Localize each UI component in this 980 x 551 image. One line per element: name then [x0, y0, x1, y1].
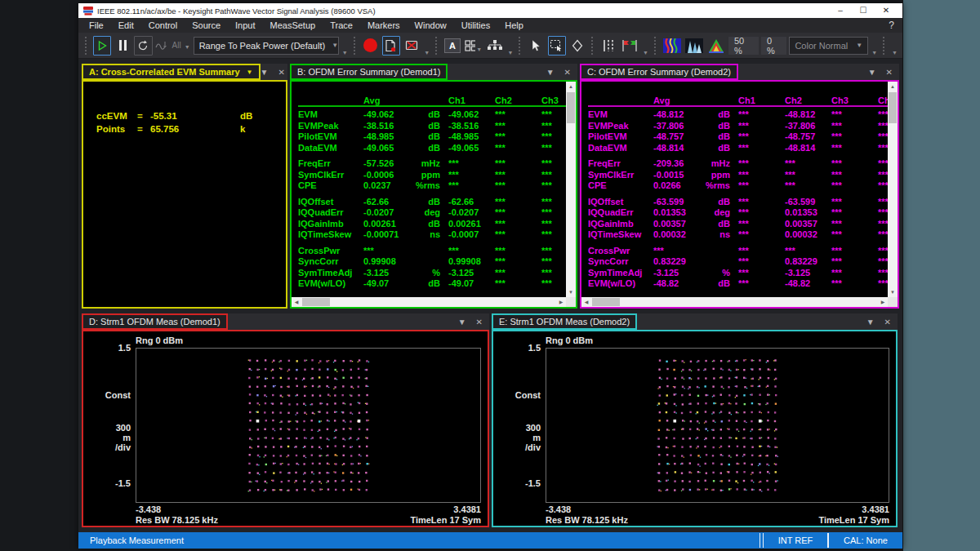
selection-rectangle-icon: [550, 39, 564, 51]
menu-edit[interactable]: Edit: [111, 18, 141, 33]
constellation-plot-area[interactable]: [546, 348, 889, 503]
waterfall-trace-button[interactable]: [684, 36, 704, 56]
toolbar-separator: [519, 37, 522, 55]
panel-e-title: E: Strm1 OFDM Meas (Demod2): [499, 317, 630, 327]
cal-indicator[interactable]: CAL: None: [829, 532, 902, 549]
marker-diamond-button[interactable]: [568, 36, 586, 56]
minimize-button[interactable]: –: [829, 4, 852, 17]
recording-playback-button[interactable]: [382, 36, 400, 56]
y-axis-scale-unit: m: [493, 433, 541, 442]
measurement-tree-button[interactable]: [486, 36, 504, 56]
panel-a-title: A: Cross-Correlated EVM Summary: [89, 67, 240, 77]
zoom-select-tool-button[interactable]: [548, 36, 566, 56]
table-row: IQQuadErr-0.0207deg-0.0207*********: [298, 207, 576, 219]
y-axis-bottom-label: -1.5: [83, 478, 131, 488]
panel-menu-icon[interactable]: ▼: [866, 318, 875, 327]
window-title: IEEE 802.11n/ac/ax/be - Keysight PathWav…: [97, 7, 829, 16]
play-button[interactable]: [93, 36, 111, 56]
x-axis-min-label: -3.438: [546, 504, 571, 514]
measurement-all-dropdown[interactable]: All ▼: [155, 39, 191, 52]
vertical-scrollbar[interactable]: ▲▼: [566, 82, 576, 297]
panel-c-title-tab[interactable]: C: OFDM Error Summary (Demod2): [580, 64, 738, 80]
vertical-scrollbar[interactable]: ▲▼: [888, 82, 898, 297]
chevron-down-icon[interactable]: ▼: [341, 50, 349, 56]
chevron-down-icon[interactable]: ▼: [642, 50, 649, 56]
help-question-icon[interactable]: ?: [889, 18, 894, 33]
pause-button[interactable]: [114, 36, 131, 56]
toolbar-grip: [883, 37, 886, 55]
constellation-canvas: [546, 349, 889, 502]
menu-window[interactable]: Window: [408, 18, 454, 33]
ccevm-label: ccEVM: [96, 111, 137, 121]
panel-close-icon[interactable]: ✕: [476, 318, 483, 327]
int-ref-indicator[interactable]: INT REF: [764, 532, 827, 549]
table-row: EVMPeak-38.516dB-38.516*********: [298, 121, 576, 132]
color-mode-value: Color Normal: [795, 41, 849, 51]
panel-b-title-tab[interactable]: B: OFDM Error Summary (Demod1): [290, 64, 448, 80]
constellation-plot-area[interactable]: [136, 348, 481, 503]
trace-intensity-50[interactable]: 50 %: [728, 37, 759, 55]
pointer-tool-button[interactable]: [527, 36, 545, 56]
title-bar[interactable]: IEEE 802.11n/ac/ax/be - Keysight PathWav…: [78, 3, 902, 18]
marker-flags-button[interactable]: [620, 36, 639, 56]
layout-grid-button[interactable]: ▼: [464, 36, 483, 56]
menu-markers[interactable]: Markers: [360, 18, 408, 33]
panel-b-body: AvgCh1Ch2Ch3Ch4EVM-49.062dB-49.062******…: [290, 80, 577, 309]
table-row: EVM(w/LO)-49.07dB-49.07*********: [298, 278, 576, 290]
spectrogram-trace-button[interactable]: [662, 36, 682, 56]
menu-source[interactable]: Source: [185, 18, 228, 33]
band-lines-button[interactable]: [599, 36, 617, 56]
panel-d-title: D: Strm1 OFDM Meas (Demod1): [89, 317, 220, 327]
horizontal-scrollbar[interactable]: ◀▶: [581, 297, 888, 307]
ccdf-trace-button[interactable]: [706, 36, 726, 56]
discard-recording-button[interactable]: [403, 36, 421, 56]
panel-e-title-tab[interactable]: E: Strm1 OFDM Meas (Demod2): [492, 313, 637, 330]
record-button[interactable]: [361, 36, 379, 56]
panel-strm1-ofdm-meas-demod1: D: Strm1 OFDM Meas (Demod1) ▼ ✕ Rng 0 dB…: [82, 313, 489, 527]
toolbar: All ▼ Range To Peak Power (Default) ▼ ▼ …: [78, 33, 902, 59]
panel-a-title-tab[interactable]: A: Cross-Correlated EVM Summary ▼: [82, 64, 261, 80]
letter-a-icon: A: [444, 38, 461, 53]
menu-utilities[interactable]: Utilities: [454, 18, 497, 33]
panel-d-title-tab[interactable]: D: Strm1 OFDM Meas (Demod1): [82, 313, 228, 330]
node-tree-icon: [487, 39, 503, 51]
panel-menu-icon[interactable]: ▼: [868, 68, 876, 77]
panel-menu-icon[interactable]: ▼: [546, 68, 555, 77]
table-row: IQTimeSkew-0.00071ns-0.0007*********: [298, 229, 576, 241]
range-select-value: Range To Peak Power (Default): [199, 41, 326, 51]
close-button[interactable]: ✕: [875, 4, 898, 17]
panel-cross-correlated-evm-summary: A: Cross-Correlated EVM Summary ▼ ▼ ✕ cc…: [82, 64, 287, 309]
menu-meassetup[interactable]: MeasSetup: [263, 18, 323, 33]
range-annotation: Rng 0 dBm: [136, 335, 183, 345]
chevron-down-icon: ▼: [475, 47, 483, 52]
restart-button[interactable]: [134, 36, 152, 56]
chevron-down-icon[interactable]: ▼: [871, 50, 878, 56]
panel-b-title: B: OFDM Error Summary (Demod1): [297, 67, 440, 77]
menu-file[interactable]: File: [82, 18, 111, 33]
panel-close-icon[interactable]: ✕: [886, 68, 893, 77]
layout-grid-icon: [465, 40, 475, 51]
panel-close-icon[interactable]: ✕: [278, 68, 284, 77]
panel-close-icon[interactable]: ✕: [564, 68, 571, 77]
menu-input[interactable]: Input: [228, 18, 262, 33]
chevron-down-icon[interactable]: ▼: [506, 50, 514, 56]
color-mode-combobox[interactable]: Color Normal ▼: [789, 37, 868, 55]
horizontal-scrollbar[interactable]: ◀▶: [292, 297, 566, 307]
table-row: FreqErr-209.36mHz************: [588, 158, 898, 170]
table-row: DataEVM-49.065dB-49.065*********: [298, 143, 576, 154]
chevron-down-icon[interactable]: ▼: [247, 69, 253, 76]
panel-close-icon[interactable]: ✕: [884, 318, 891, 327]
menu-help[interactable]: Help: [497, 18, 531, 33]
annotation-button[interactable]: A: [443, 36, 461, 56]
panel-ofdm-error-summary-demod2: C: OFDM Error Summary (Demod2) ▼ ✕ AvgCh…: [580, 64, 899, 309]
chevron-down-icon[interactable]: ▼: [423, 50, 430, 56]
ofdm-error-table-demod2: AvgCh1Ch2Ch3Ch4EVM-48.812dB***-48.812***…: [581, 82, 898, 290]
range-select-combobox[interactable]: Range To Peak Power (Default) ▼: [194, 37, 339, 55]
menu-control[interactable]: Control: [141, 18, 185, 33]
menu-trace[interactable]: Trace: [323, 18, 360, 33]
panel-menu-icon[interactable]: ▼: [458, 318, 466, 327]
trace-intensity-0[interactable]: 0 %: [761, 37, 786, 55]
maximize-button[interactable]: ☐: [852, 4, 875, 17]
panel-menu-icon[interactable]: ▼: [261, 68, 269, 77]
chevron-down-icon[interactable]: ▼: [891, 50, 898, 56]
